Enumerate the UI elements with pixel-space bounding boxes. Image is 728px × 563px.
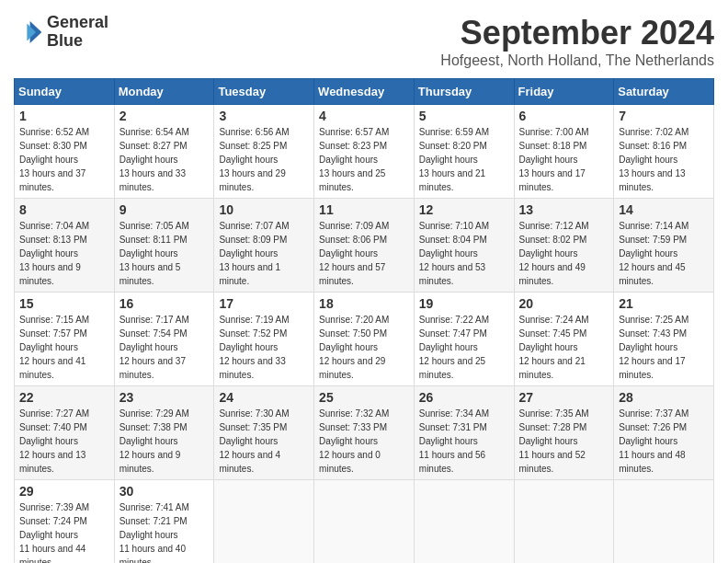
calendar-cell: 8 Sunrise: 7:04 AM Sunset: 8:13 PM Dayli… [15, 199, 115, 293]
day-info: Sunrise: 6:52 AM Sunset: 8:30 PM Dayligh… [19, 125, 109, 194]
header-saturday: Saturday [614, 79, 714, 105]
day-number: 16 [119, 296, 210, 311]
day-number: 18 [319, 296, 409, 311]
day-info: Sunrise: 6:59 AM Sunset: 8:20 PM Dayligh… [419, 125, 509, 194]
calendar-cell: 29 Sunrise: 7:39 AM Sunset: 7:24 PM Dayl… [15, 480, 115, 564]
calendar-cell: 24 Sunrise: 7:30 AM Sunset: 7:35 PM Dayl… [214, 386, 314, 480]
day-number: 24 [219, 390, 309, 405]
calendar-cell: 9 Sunrise: 7:05 AM Sunset: 8:11 PM Dayli… [114, 199, 214, 293]
calendar-cell: 16 Sunrise: 7:17 AM Sunset: 7:54 PM Dayl… [114, 293, 214, 386]
day-number: 20 [519, 296, 609, 311]
day-number: 13 [519, 202, 609, 217]
day-info: Sunrise: 7:29 AM Sunset: 7:38 PM Dayligh… [119, 407, 210, 476]
day-number: 2 [119, 109, 210, 123]
header-friday: Friday [514, 79, 614, 105]
day-info: Sunrise: 6:56 AM Sunset: 8:25 PM Dayligh… [219, 125, 309, 194]
day-info: Sunrise: 7:32 AM Sunset: 7:33 PM Dayligh… [319, 407, 409, 476]
logo-line2: Blue [47, 32, 108, 51]
day-info: Sunrise: 7:15 AM Sunset: 7:57 PM Dayligh… [19, 313, 109, 382]
calendar-header-row: SundayMondayTuesdayWednesdayThursdayFrid… [15, 79, 714, 105]
day-info: Sunrise: 7:19 AM Sunset: 7:52 PM Dayligh… [219, 313, 309, 382]
calendar-cell: 17 Sunrise: 7:19 AM Sunset: 7:52 PM Dayl… [214, 293, 314, 386]
calendar-cell: 13 Sunrise: 7:12 AM Sunset: 8:02 PM Dayl… [514, 199, 614, 293]
day-info: Sunrise: 7:24 AM Sunset: 7:45 PM Dayligh… [519, 313, 609, 382]
calendar-cell: 26 Sunrise: 7:34 AM Sunset: 7:31 PM Dayl… [414, 386, 514, 480]
calendar-cell: 21 Sunrise: 7:25 AM Sunset: 7:43 PM Dayl… [614, 293, 714, 386]
day-info: Sunrise: 7:12 AM Sunset: 8:02 PM Dayligh… [519, 219, 609, 288]
day-number: 22 [19, 390, 109, 405]
day-number: 5 [419, 109, 509, 123]
day-info: Sunrise: 7:30 AM Sunset: 7:35 PM Dayligh… [219, 407, 309, 476]
calendar-week-2: 8 Sunrise: 7:04 AM Sunset: 8:13 PM Dayli… [15, 199, 714, 293]
logo: General Blue [14, 14, 108, 51]
calendar-cell: 20 Sunrise: 7:24 AM Sunset: 7:45 PM Dayl… [514, 293, 614, 386]
header-monday: Monday [114, 79, 214, 105]
day-number: 26 [419, 390, 509, 405]
calendar-cell: 22 Sunrise: 7:27 AM Sunset: 7:40 PM Dayl… [15, 386, 115, 480]
header-tuesday: Tuesday [214, 79, 314, 105]
calendar-cell: 7 Sunrise: 7:02 AM Sunset: 8:16 PM Dayli… [614, 105, 714, 199]
calendar-cell: 27 Sunrise: 7:35 AM Sunset: 7:28 PM Dayl… [514, 386, 614, 480]
title-block: September 2024 Hofgeest, North Holland, … [440, 14, 714, 69]
day-number: 3 [219, 109, 309, 123]
day-info: Sunrise: 6:54 AM Sunset: 8:27 PM Dayligh… [119, 125, 210, 194]
logo-line1: General [47, 14, 108, 32]
day-number: 9 [119, 202, 210, 217]
day-info: Sunrise: 7:09 AM Sunset: 8:06 PM Dayligh… [319, 219, 409, 288]
day-number: 19 [419, 296, 509, 311]
day-info: Sunrise: 7:25 AM Sunset: 7:43 PM Dayligh… [619, 313, 709, 382]
day-info: Sunrise: 7:02 AM Sunset: 8:16 PM Dayligh… [619, 125, 709, 194]
month-title: September 2024 [440, 14, 714, 52]
logo-icon [14, 17, 43, 47]
day-number: 12 [419, 202, 509, 217]
header-thursday: Thursday [414, 79, 514, 105]
day-info: Sunrise: 6:57 AM Sunset: 8:23 PM Dayligh… [319, 125, 409, 194]
day-number: 4 [319, 109, 409, 123]
day-info: Sunrise: 7:07 AM Sunset: 8:09 PM Dayligh… [219, 219, 309, 288]
day-number: 10 [219, 202, 309, 217]
calendar-cell: 2 Sunrise: 6:54 AM Sunset: 8:27 PM Dayli… [114, 105, 214, 199]
calendar-cell: 19 Sunrise: 7:22 AM Sunset: 7:47 PM Dayl… [414, 293, 514, 386]
day-number: 28 [619, 390, 709, 405]
calendar-cell: 30 Sunrise: 7:41 AM Sunset: 7:21 PM Dayl… [114, 480, 214, 564]
day-number: 6 [519, 109, 609, 123]
day-number: 11 [319, 202, 409, 217]
day-number: 21 [619, 296, 709, 311]
calendar-cell [214, 480, 314, 564]
day-number: 17 [219, 296, 309, 311]
day-info: Sunrise: 7:05 AM Sunset: 8:11 PM Dayligh… [119, 219, 210, 288]
header-sunday: Sunday [15, 79, 115, 105]
calendar-cell [314, 480, 415, 564]
day-number: 15 [19, 296, 109, 311]
calendar-cell: 3 Sunrise: 6:56 AM Sunset: 8:25 PM Dayli… [214, 105, 314, 199]
calendar-cell: 18 Sunrise: 7:20 AM Sunset: 7:50 PM Dayl… [314, 293, 415, 386]
day-number: 14 [619, 202, 709, 217]
calendar-cell: 4 Sunrise: 6:57 AM Sunset: 8:23 PM Dayli… [314, 105, 415, 199]
calendar-cell: 1 Sunrise: 6:52 AM Sunset: 8:30 PM Dayli… [15, 105, 115, 199]
day-number: 25 [319, 390, 409, 405]
calendar-cell: 10 Sunrise: 7:07 AM Sunset: 8:09 PM Dayl… [214, 199, 314, 293]
calendar-week-1: 1 Sunrise: 6:52 AM Sunset: 8:30 PM Dayli… [15, 105, 714, 199]
calendar-cell: 11 Sunrise: 7:09 AM Sunset: 8:06 PM Dayl… [314, 199, 415, 293]
day-number: 23 [119, 390, 210, 405]
calendar-table: SundayMondayTuesdayWednesdayThursdayFrid… [14, 78, 714, 563]
day-info: Sunrise: 7:04 AM Sunset: 8:13 PM Dayligh… [19, 219, 109, 288]
calendar-week-5: 29 Sunrise: 7:39 AM Sunset: 7:24 PM Dayl… [15, 480, 714, 564]
calendar-cell [414, 480, 514, 564]
day-info: Sunrise: 7:41 AM Sunset: 7:21 PM Dayligh… [119, 500, 210, 563]
day-info: Sunrise: 7:35 AM Sunset: 7:28 PM Dayligh… [519, 407, 609, 476]
calendar-cell: 23 Sunrise: 7:29 AM Sunset: 7:38 PM Dayl… [114, 386, 214, 480]
calendar-cell: 25 Sunrise: 7:32 AM Sunset: 7:33 PM Dayl… [314, 386, 415, 480]
calendar-cell: 12 Sunrise: 7:10 AM Sunset: 8:04 PM Dayl… [414, 199, 514, 293]
day-info: Sunrise: 7:39 AM Sunset: 7:24 PM Dayligh… [19, 500, 109, 563]
day-info: Sunrise: 7:20 AM Sunset: 7:50 PM Dayligh… [319, 313, 409, 382]
day-info: Sunrise: 7:10 AM Sunset: 8:04 PM Dayligh… [419, 219, 509, 288]
location-title: Hofgeest, North Holland, The Netherlands [440, 52, 714, 69]
day-info: Sunrise: 7:17 AM Sunset: 7:54 PM Dayligh… [119, 313, 210, 382]
calendar-cell: 14 Sunrise: 7:14 AM Sunset: 7:59 PM Dayl… [614, 199, 714, 293]
day-info: Sunrise: 7:00 AM Sunset: 8:18 PM Dayligh… [519, 125, 609, 194]
day-number: 7 [619, 109, 709, 123]
day-number: 8 [19, 202, 109, 217]
calendar-cell [614, 480, 714, 564]
day-number: 30 [119, 484, 210, 499]
